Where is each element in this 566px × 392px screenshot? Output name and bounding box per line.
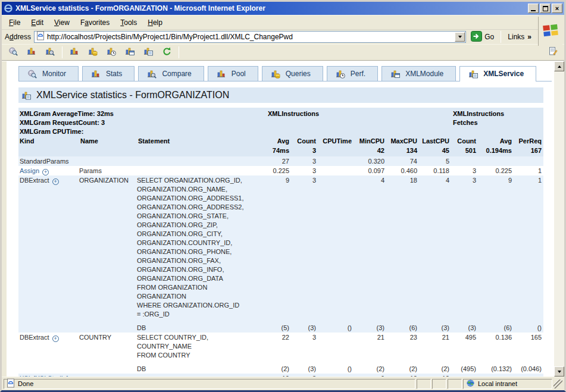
address-input[interactable]: http://localhost/ProjectsBin/MyProject1/…	[34, 31, 466, 43]
menu-item-file[interactable]: File	[4, 17, 25, 29]
toolbar-separator	[179, 46, 179, 58]
column-header: Count	[291, 136, 318, 146]
statement-line: ORGANIZATION.ORG_NAME,	[137, 185, 263, 194]
tab-xmlmodule[interactable]: XMLModule	[381, 66, 456, 81]
scroll-up-button[interactable]	[554, 61, 564, 71]
toolbar-button-xmlmodule[interactable]	[123, 46, 136, 59]
tab-monitor[interactable]: Monitor	[18, 66, 79, 81]
stat-cell: 5	[419, 156, 451, 166]
toolbar-button-stats[interactable]	[25, 46, 38, 59]
stat-cell: 3	[291, 175, 318, 319]
statement-line: ORGANIZATION.ORG_PHONE,	[137, 247, 263, 256]
tab-stats[interactable]: Stats	[82, 66, 135, 81]
stat-cell: 4	[419, 175, 451, 319]
menu-item-favorites[interactable]: Favorites	[76, 17, 114, 29]
stat-cell: 3	[291, 156, 318, 166]
status-panel	[417, 379, 431, 389]
close-button[interactable]: ×	[552, 4, 562, 13]
stat-cell: 3	[291, 333, 318, 360]
totals-cell: 134	[386, 146, 419, 155]
zone-panel: Local intranet	[463, 379, 552, 389]
links-button[interactable]: Links »	[504, 33, 535, 41]
tab-icon-queries	[271, 69, 280, 79]
tab-pool[interactable]: Pool	[208, 66, 258, 81]
title-bar[interactable]: XMLService statistics - FormORGANIZATION…	[2, 2, 564, 15]
stat-cell: 9	[263, 175, 291, 319]
stat-cell	[318, 156, 354, 166]
tab-queries[interactable]: Queries	[262, 66, 323, 81]
stat-cell: 0.460	[386, 166, 419, 175]
kind-link[interactable]: XSL [XSLStudio]	[20, 375, 68, 377]
scroll-down-button[interactable]	[554, 366, 564, 377]
go-arrow-icon	[471, 31, 482, 43]
statement-line: ORGANIZATION.ORG_INFO,	[137, 265, 263, 274]
toolbar-button-pool[interactable]	[68, 46, 81, 59]
stat-cell: (2)	[354, 360, 386, 374]
column-header: Count	[451, 136, 478, 146]
window-controls: ×	[528, 4, 562, 13]
stat-cell: (3)	[291, 360, 318, 374]
toolbar-button-xmlservice[interactable]	[142, 46, 155, 59]
expand-icon[interactable]: +	[52, 178, 59, 185]
tab-xmlservice[interactable]: XMLService	[459, 66, 536, 81]
expand-icon[interactable]: +	[42, 169, 49, 175]
tab-icon-compare	[147, 69, 157, 79]
ie-logo-icon	[4, 4, 13, 13]
kind-text: DBExtract	[20, 177, 49, 184]
go-button[interactable]: Go	[469, 30, 498, 44]
tab-label: Monitor	[42, 70, 66, 78]
column-header: LastCPU	[419, 136, 451, 146]
name-cell	[79, 156, 137, 166]
table-row-group: StandardParams2730.320745	[18, 156, 543, 166]
menu-item-view[interactable]: View	[49, 17, 74, 29]
maximize-button[interactable]	[540, 4, 551, 13]
minimize-button[interactable]	[528, 4, 539, 13]
statement-line: ORGANIZATION.ORG_FAX,	[137, 256, 263, 265]
statement-line: = :ORG_ID	[137, 310, 263, 319]
resize-grip[interactable]	[554, 380, 562, 388]
menu-item-help[interactable]: Help	[143, 17, 167, 29]
stat-cell: (3)	[354, 319, 386, 333]
statistics-table: StandardParams2730.320745Assign+Params0.…	[18, 156, 543, 377]
toolbar-button-refresh[interactable]	[160, 46, 173, 59]
toolbar-button-edit-page[interactable]	[546, 46, 559, 59]
table-row: DBExtract+COUNTRYSELECT COUNTRY_ID,COUNT…	[18, 333, 543, 360]
status-done-text: Done	[18, 380, 33, 387]
menu-item-edit[interactable]: Edit	[26, 17, 48, 29]
status-panel	[448, 379, 462, 389]
tab-label: Compare	[162, 70, 191, 78]
stat-cell: 9	[354, 374, 386, 377]
menu-item-tools[interactable]: Tools	[115, 17, 142, 29]
stat-cell: 4	[354, 175, 386, 319]
page-title-band: XMLService statistics - FormORGANIZATION	[18, 87, 543, 103]
stat-cell: (6)	[478, 319, 514, 333]
tab-perf[interactable]: Perf.	[327, 66, 378, 81]
stat-cell: 0.225	[478, 166, 514, 175]
menu-bar: FileEditViewFavoritesToolsHelp	[2, 15, 538, 29]
kind-link[interactable]: Assign	[20, 167, 39, 174]
scroll-up-icon	[558, 65, 561, 68]
column-header: Statement	[137, 136, 263, 146]
column-header: MaxCPU	[386, 136, 419, 146]
stat-cell: 21	[354, 333, 386, 360]
compare-icon	[45, 46, 55, 58]
stat-cell: (3)	[291, 319, 318, 333]
toolbar-button-monitor[interactable]	[7, 46, 20, 59]
table-row-group: DBExtract+ORGANIZATIONSELECT ORGANIZATIO…	[18, 175, 543, 333]
tab-compare[interactable]: Compare	[138, 66, 204, 81]
statement-cell	[137, 374, 263, 377]
tab-label: XMLModule	[405, 70, 443, 78]
stat-cell	[318, 333, 354, 360]
statement-line: ORGANIZATION.ORG_ZIP,	[137, 221, 263, 230]
vertical-scrollbar[interactable]	[554, 61, 564, 377]
expand-icon[interactable]: +	[52, 335, 59, 342]
address-dropdown-button[interactable]	[455, 32, 465, 42]
totals-cell: 167	[514, 146, 543, 155]
links-separator	[501, 31, 501, 43]
stat-cell: (3)	[419, 319, 451, 333]
toolbar-button-compare[interactable]	[43, 46, 57, 59]
toolbar-button-queries[interactable]	[86, 46, 99, 59]
stat-cell	[514, 156, 543, 166]
stat-cell: 23	[386, 333, 419, 360]
toolbar-button-perf[interactable]	[105, 46, 118, 59]
